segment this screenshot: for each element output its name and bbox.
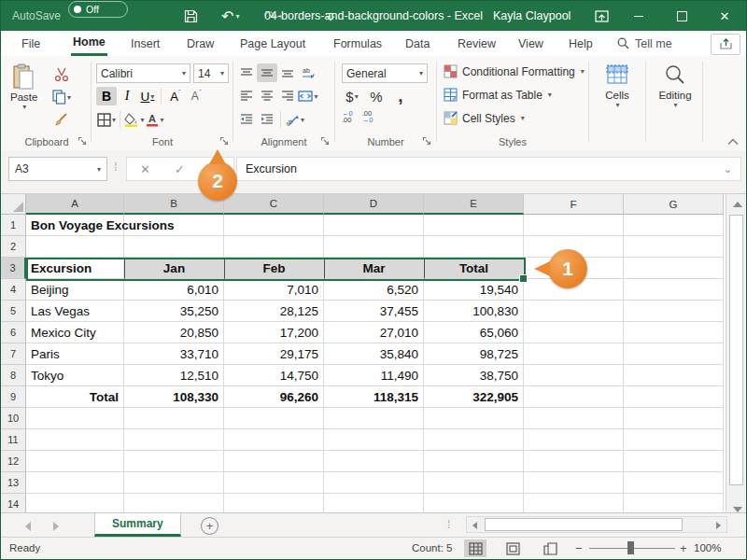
number-dialog-launcher[interactable] [422,136,432,147]
row-header-2[interactable]: 2 [1,236,26,258]
cell-styles-button[interactable]: Cell Styles▾ [444,111,525,125]
cell-G12[interactable] [624,451,724,472]
vertical-scrollbar[interactable] [726,194,746,520]
middle-align-button[interactable] [257,63,277,82]
formula-input[interactable]: Excursion ⌄ [236,157,741,181]
cell-C6[interactable]: 17,200 [224,322,324,343]
cell-C12[interactable] [224,451,324,472]
tab-data[interactable]: Data [403,31,431,56]
share-button[interactable] [711,34,740,55]
number-format-select[interactable]: General▾ [342,63,428,83]
merge-center-button[interactable]: ▾ [298,87,318,105]
increase-font-size-button[interactable]: Aˆ [165,87,186,105]
row-header-11[interactable]: 11 [1,429,26,451]
cell-A2[interactable] [26,236,124,258]
next-sheet-icon[interactable] [53,522,59,531]
cell-F10[interactable] [524,408,624,429]
minimize-button[interactable] [623,1,655,31]
format-as-table-button[interactable]: Format as Table▾ [444,88,552,102]
cell-A9[interactable]: Total [26,386,124,408]
cell-C10[interactable] [224,408,324,429]
cell-F14[interactable] [524,494,624,512]
increase-decimal-button[interactable]: ←0.00 [342,110,353,123]
cell-C14[interactable] [224,494,324,512]
cell-D12[interactable] [324,451,424,472]
scroll-up-icon[interactable] [733,202,742,207]
cut-button[interactable] [51,65,72,84]
cell-A6[interactable]: Mexico City [26,322,124,343]
cell-B7[interactable]: 33,710 [124,343,224,365]
row-header-14[interactable]: 14 [1,494,26,512]
cell-C5[interactable]: 28,125 [224,301,324,322]
close-button[interactable]: ✕ [709,1,740,31]
cell-C3[interactable]: Feb [224,258,324,279]
column-header-C[interactable]: C [224,194,324,215]
row-header-9[interactable]: 9 [1,386,26,408]
zoom-level[interactable]: 100% [694,542,721,553]
redo-button[interactable]: ↷▾ [264,1,282,31]
cell-E7[interactable]: 98,725 [424,343,524,365]
increase-indent-button[interactable] [257,110,277,129]
page-break-preview-button[interactable] [539,539,561,557]
cell-B12[interactable] [124,451,224,472]
column-header-F[interactable]: F [524,194,624,215]
new-sheet-button[interactable]: + [201,517,218,535]
alignment-dialog-launcher[interactable] [320,136,331,147]
cell-A7[interactable]: Paris [26,343,124,365]
save-button[interactable] [184,1,198,31]
cell-D1[interactable] [324,215,424,236]
sheet-tab-summary[interactable]: Summary [94,513,181,537]
cell-A10[interactable] [26,408,124,429]
tab-file[interactable]: File [20,31,42,56]
user-name[interactable]: Kayla Claypool [493,1,571,31]
cell-B6[interactable]: 20,850 [124,322,224,343]
cell-D2[interactable] [324,236,424,258]
underline-button[interactable]: U▾ [137,87,158,105]
row-header-13[interactable]: 13 [1,472,26,494]
cell-D6[interactable]: 27,010 [324,322,424,343]
cell-C4[interactable]: 7,010 [224,279,324,301]
cell-B2[interactable] [124,236,224,258]
cell-E5[interactable]: 100,830 [424,301,524,322]
tab-draw[interactable]: Draw [185,31,216,56]
percent-style-button[interactable]: % [366,87,387,105]
previous-sheet-icon[interactable] [25,522,31,531]
scroll-left-icon[interactable] [472,522,477,529]
row-header-5[interactable]: 5 [1,301,26,322]
cell-E10[interactable] [424,408,524,429]
editing-button[interactable]: Editing ▾ [654,63,697,109]
font-color-button[interactable]: A ▾ [145,110,165,129]
horizontal-scrollbar[interactable] [466,516,727,533]
cell-B4[interactable]: 6,010 [124,279,224,301]
cell-A1[interactable]: Bon Voyage Excursions [26,215,124,236]
cell-D10[interactable] [324,408,424,429]
borders-button[interactable]: ▾ [96,110,117,129]
row-header-4[interactable]: 4 [1,279,26,301]
cell-E13[interactable] [424,472,524,494]
format-painter-button[interactable] [51,110,72,129]
vertical-scroll-thumb[interactable] [729,215,743,485]
cell-F13[interactable] [524,472,624,494]
cell-E3[interactable]: Total [424,258,524,279]
cell-E8[interactable]: 38,750 [424,365,524,386]
cell-D4[interactable]: 6,520 [324,279,424,301]
paste-button[interactable]: Paste ▾ [10,63,37,111]
row-header-10[interactable]: 10 [1,408,26,429]
cell-C7[interactable]: 29,175 [224,343,324,365]
row-header-8[interactable]: 8 [1,365,26,386]
tab-home[interactable]: Home [71,31,107,56]
drag-handle-dots[interactable]: ⁞ [114,160,118,174]
cell-F8[interactable] [524,365,624,386]
cell-G1[interactable] [624,215,724,236]
collapse-ribbon-button[interactable] [727,138,739,146]
align-center-button[interactable] [257,87,277,105]
cell-E12[interactable] [424,451,524,472]
cell-G5[interactable] [624,301,724,322]
name-box[interactable]: A3 ▾ [8,157,107,181]
cell-B14[interactable] [124,494,224,512]
tab-page-layout[interactable]: Page Layout [238,31,307,56]
cell-A11[interactable] [26,429,124,451]
page-layout-view-button[interactable] [501,539,524,557]
cancel-icon[interactable]: ✕ [140,162,150,176]
cell-A14[interactable] [26,494,124,512]
